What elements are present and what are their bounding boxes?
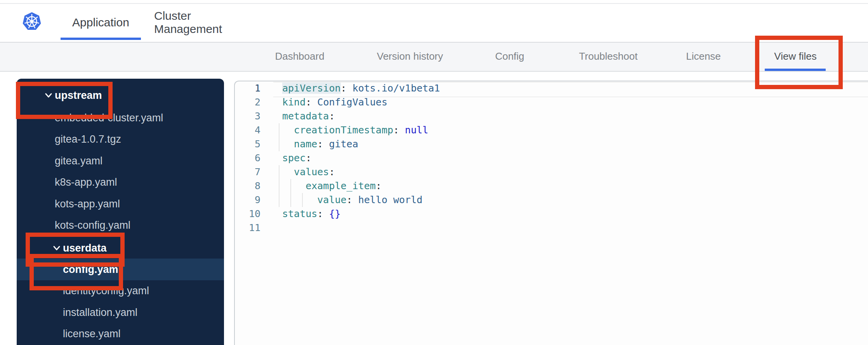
file-tree-sidebar: upstreamembedded-cluster.yamlgitea-1.0.7… — [17, 79, 224, 345]
tree-item-label: embedded-cluster.yaml — [55, 112, 163, 124]
line-number: 6 — [235, 151, 260, 165]
line-number: 1 — [235, 81, 260, 95]
kots-admin-console: { "header": { "logo_icon": "kubernetes-l… — [0, 0, 868, 345]
file-editor[interactable]: 1apiVersion: kots.io/v1beta12kind: Confi… — [234, 81, 868, 345]
subnav-tab-version-history[interactable]: Version history — [377, 43, 443, 70]
code-line-1: 1apiVersion: kots.io/v1beta1 — [235, 81, 868, 95]
line-number: 5 — [235, 137, 260, 151]
code-line-text: kind: ConfigValues — [282, 95, 387, 109]
subnav-tab-dashboard[interactable]: Dashboard — [275, 43, 324, 70]
code-line-text: status: {} — [282, 207, 341, 221]
tree-file-license-yaml[interactable]: license.yaml — [17, 323, 224, 345]
code-line-text: spec: — [282, 151, 311, 165]
active-tab-underline — [61, 38, 141, 40]
line-number: 4 — [235, 123, 260, 137]
code-line-10: 10status: {} — [235, 207, 868, 221]
tab-application-label: Application — [72, 16, 129, 29]
tree-file-embedded-cluster-yaml[interactable]: embedded-cluster.yaml — [17, 107, 224, 129]
app-subnav: DashboardVersion historyConfigTroublesho… — [0, 43, 868, 72]
line-number: 9 — [235, 193, 260, 207]
code-line-3: 3metadata: — [235, 109, 868, 123]
indent-guide — [279, 179, 279, 193]
tree-file-kots-config-yaml[interactable]: kots-config.yaml — [17, 214, 224, 236]
line-number: 10 — [235, 207, 260, 221]
code-line-9: 9 value: hello world — [235, 193, 868, 207]
code-line-text: apiVersion: kots.io/v1beta1 — [282, 81, 440, 95]
line-number: 11 — [235, 221, 260, 235]
kubernetes-logo-icon — [23, 11, 41, 32]
indent-guide — [279, 165, 279, 179]
code-line-text: metadata: — [282, 109, 335, 123]
tree-folder-userdata[interactable]: userdata — [17, 237, 224, 259]
code-line-text: creationTimestamp: null — [282, 123, 428, 137]
indent-guide — [279, 123, 279, 137]
code-line-4: 4 creationTimestamp: null — [235, 123, 868, 137]
tree-file-k8s-app-yaml[interactable]: k8s-app.yaml — [17, 171, 224, 193]
tree-file-gitea-1-0-7-tgz[interactable]: gitea-1.0.7.tgz — [17, 128, 224, 150]
tree-item-label: upstream — [55, 90, 102, 102]
tree-item-label: userdata — [63, 242, 107, 254]
subnav-tab-license[interactable]: License — [686, 43, 721, 70]
subnav-tab-view-files[interactable]: View files — [774, 43, 816, 70]
indent-guide — [279, 193, 279, 207]
tree-item-label: license.yaml — [63, 328, 121, 340]
tree-file-kots-app-yaml[interactable]: kots-app.yaml — [17, 193, 224, 215]
tab-cluster-management[interactable]: Cluster Management — [154, 4, 258, 41]
tree-item-label: gitea.yaml — [55, 155, 102, 167]
code-line-5: 5 name: gitea — [235, 137, 868, 151]
tree-item-label: kots-app.yaml — [55, 198, 120, 210]
indent-guide — [279, 137, 279, 151]
line-number: 7 — [235, 165, 260, 179]
tree-file-gitea-yaml[interactable]: gitea.yaml — [17, 150, 224, 172]
tree-item-label: config.yaml — [63, 264, 121, 276]
chevron-down-icon — [52, 243, 61, 253]
code-line-8: 8 example_item: — [235, 179, 868, 193]
code-line-text: example_item: — [282, 179, 382, 193]
code-line-6: 6spec: — [235, 151, 868, 165]
code-line-text: value: hello world — [282, 193, 422, 207]
tree-item-label: k8s-app.yaml — [55, 176, 117, 188]
code-line-7: 7 values: — [235, 165, 868, 179]
tree-item-label: identityconfig.yaml — [63, 285, 149, 297]
subnav-tab-config[interactable]: Config — [495, 43, 524, 70]
tree-item-label: gitea-1.0.7.tgz — [55, 133, 121, 145]
code-line-11: 11 — [235, 221, 868, 235]
tab-application[interactable]: Application — [61, 4, 141, 41]
line-number: 2 — [235, 95, 260, 109]
header-bar: Application Cluster Management — [0, 4, 868, 43]
tree-item-label: installation.yaml — [63, 307, 137, 319]
tree-file-config-yaml[interactable]: config.yaml — [17, 259, 224, 280]
tree-item-label: kots-config.yaml — [55, 219, 130, 231]
line-number: 3 — [235, 109, 260, 123]
subnav-tab-troubleshoot[interactable]: Troubleshoot — [579, 43, 638, 70]
tab-cluster-management-label: Cluster Management — [154, 9, 258, 36]
code-line-text: name: gitea — [282, 137, 358, 151]
code-line-2: 2kind: ConfigValues — [235, 95, 868, 109]
line-number: 8 — [235, 179, 260, 193]
view-files-active-underline — [765, 69, 826, 71]
code-line-text: values: — [282, 165, 335, 179]
tree-folder-upstream[interactable]: upstream — [17, 85, 224, 106]
tree-file-installation-yaml[interactable]: installation.yaml — [17, 302, 224, 323]
chevron-down-icon — [44, 91, 53, 100]
tree-file-identityconfig-yaml[interactable]: identityconfig.yaml — [17, 280, 224, 302]
